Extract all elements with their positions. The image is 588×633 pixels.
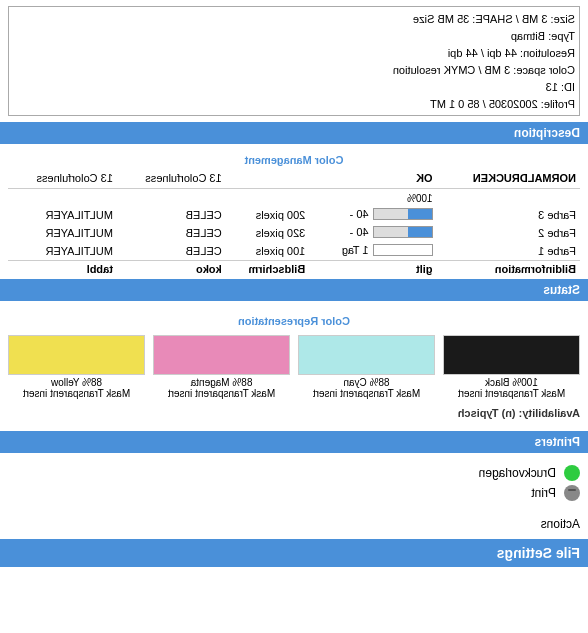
row-progress-1: 40 -	[309, 206, 436, 224]
row-size-1: 200 pixels	[226, 206, 310, 224]
description-header: Description	[0, 122, 588, 144]
status-section: Color Representation 100% BlackMask Tran…	[0, 301, 588, 431]
row-type2-2: MULTILAYER	[8, 224, 117, 242]
col-100pct: 100%	[309, 191, 436, 206]
printer-2-status-icon	[564, 485, 580, 501]
col-normaldrucken: NORMALDRUCKEN	[437, 170, 580, 186]
footer-col2: gilt	[309, 261, 436, 278]
col-colorfulness1: 13 Colorfulness	[117, 170, 226, 186]
table-row: Farbe 1 1 Tag 100 pixels CELEB MULTILAYE…	[8, 242, 580, 261]
swatch-cyan-box	[298, 335, 435, 375]
row-progress-3: 1 Tag	[309, 242, 436, 261]
table-row: Farbe 2 40 - 320 pixels CELEB MULTILAYER	[8, 224, 580, 242]
printer-2-name: Print	[531, 486, 556, 500]
info-line-7: Description: XXXXXXXXX	[13, 113, 575, 116]
footer-col1: Bildinformation	[437, 261, 580, 278]
color-table: NORMALDRUCKEN OK 13 Colorfulness 13 Colo…	[8, 170, 580, 277]
printer-1-name: Druckvorlagen	[479, 466, 556, 480]
row-size-3: 100 pixels	[226, 242, 310, 261]
swatch-black-box	[443, 335, 580, 375]
row-size-2: 320 pixels	[226, 224, 310, 242]
swatch-cyan: 88% CyanMask Transparent insert	[298, 335, 435, 399]
row-type1-2: CELEB	[117, 224, 226, 242]
color-representation-subtitle: Color Representation	[8, 315, 580, 327]
col-colorfulness2: 13 Colorfulness	[8, 170, 117, 186]
printer-1-status-icon	[564, 465, 580, 481]
availability-label: Availability: (n) Typisch	[8, 407, 580, 419]
col-ok: OK	[309, 170, 436, 186]
swatch-yellow: 88% YellowMask Transparent insert	[8, 335, 145, 399]
row-type2-1: MULTILAYER	[8, 206, 117, 224]
info-box: Size: 3 MB / SHAPE: 35 MB Size Type: Bit…	[8, 6, 580, 116]
actions-text: Actions	[0, 513, 588, 535]
info-line-4: Color space: 3 MB / CMYK resolution	[13, 62, 575, 79]
printer-row-1: Druckvorlagen	[8, 465, 580, 481]
info-line-5: ID: 13	[13, 79, 575, 96]
row-name-3: Farbe 1	[437, 242, 580, 261]
table-footer-row: Bildinformation gilt Bildschirm koko tab…	[8, 261, 580, 278]
info-line-6: Profile: 20020305 / 85 0 1 MT	[13, 96, 575, 113]
swatch-row: 100% BlackMask Transparent insert 88% Cy…	[8, 335, 580, 399]
color-management-section: Color Management NORMALDRUCKEN OK 13 Col…	[0, 144, 588, 279]
info-box-wrapper: Size: 3 MB / SHAPE: 35 MB Size Type: Bit…	[0, 0, 588, 122]
info-line-1: Size: 3 MB / SHAPE: 35 MB Size	[13, 11, 575, 28]
footer-col5: tabbl	[8, 261, 117, 278]
info-line-3: Resolution: 44 dpi / 44 dpi	[13, 45, 575, 62]
row-type1-3: CELEB	[117, 242, 226, 261]
printers-section: Druckvorlagen Print	[0, 453, 588, 513]
color-management-subtitle: Color Management	[8, 154, 580, 166]
swatch-black: 100% BlackMask Transparent insert	[443, 335, 580, 399]
row-type1-1: CELEB	[117, 206, 226, 224]
status-header: Status	[0, 279, 588, 301]
col-empty	[226, 170, 310, 186]
swatch-cyan-label: 88% CyanMask Transparent insert	[313, 377, 420, 399]
file-settings-footer: File Settings	[0, 539, 588, 567]
row-progress-2: 40 -	[309, 224, 436, 242]
row-type2-3: MULTILAYER	[8, 242, 117, 261]
footer-col4: koko	[117, 261, 226, 278]
row-name-1: Farbe 3	[437, 206, 580, 224]
swatch-yellow-box	[8, 335, 145, 375]
footer-col3: Bildschirm	[226, 261, 310, 278]
swatch-magenta: 88% MagentaMask Transparent insert	[153, 335, 290, 399]
swatch-magenta-label: 88% MagentaMask Transparent insert	[168, 377, 275, 399]
table-row: Farbe 3 40 - 200 pixels CELEB MULTILAYER	[8, 206, 580, 224]
printers-header: Printers	[0, 431, 588, 453]
swatch-black-label: 100% BlackMask Transparent insert	[458, 377, 565, 399]
printer-row-2: Print	[8, 485, 580, 501]
row-name-2: Farbe 2	[437, 224, 580, 242]
swatch-yellow-label: 88% YellowMask Transparent insert	[23, 377, 130, 399]
swatch-magenta-box	[153, 335, 290, 375]
info-line-2: Type: Bitmap	[13, 28, 575, 45]
